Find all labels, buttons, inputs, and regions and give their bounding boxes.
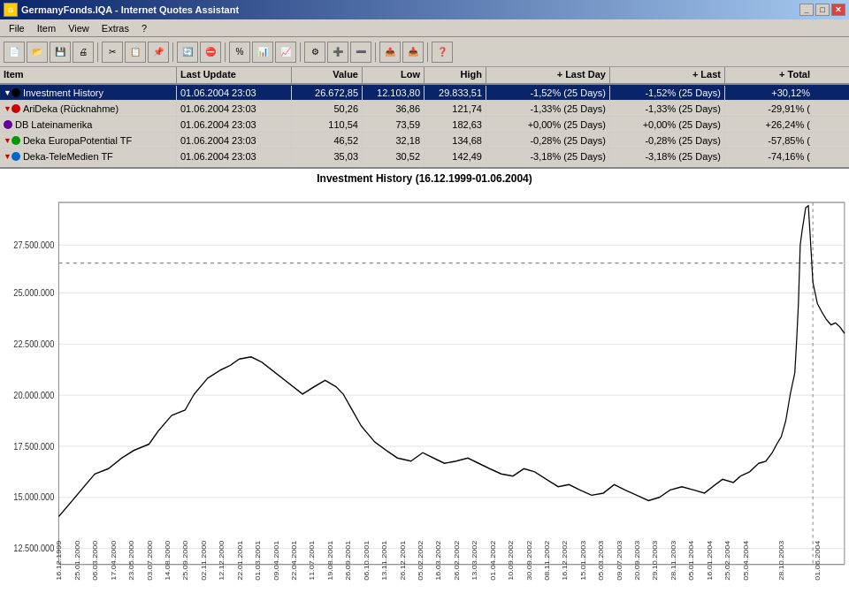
table-header: Item Last Update Value Low High + Last D… [0,67,849,85]
row-low: 30,52 [363,149,424,164]
menu-item[interactable]: Item [32,21,61,35]
menu-file[interactable]: File [4,21,30,35]
toolbar-copy[interactable]: 📋 [125,42,146,63]
table-section: Item Last Update Value Low High + Last D… [0,67,849,169]
row-last: -0,28% (25 Days) [610,133,725,148]
toolbar: 📄 📂 💾 🖨 ✂ 📋 📌 🔄 ⛔ % 📊 📈 ⚙ ➕ ➖ 📤 📥 ❓ [0,37,849,67]
chart-section: Investment History (16.12.1999-01.06.200… [0,169,849,616]
svg-text:12.500.000: 12.500.000 [13,544,54,554]
svg-text:25.02.2004: 25.02.2004 [723,540,731,581]
row-last: -3,18% (25 Days) [610,149,725,164]
toolbar-remove[interactable]: ➖ [350,42,371,63]
toolbar-save[interactable]: 💾 [50,42,71,63]
toolbar-cut[interactable]: ✂ [102,42,123,63]
table-row[interactable]: ▼ Deka-TeleMedien TF 01.06.2004 23:03 35… [0,148,849,164]
minimize-button[interactable]: _ [799,4,814,16]
svg-text:16.03.2002: 16.03.2002 [434,540,442,581]
row-low: 12.103,80 [363,86,424,100]
chart-title: Investment History (16.12.1999-01.06.200… [0,169,849,186]
row-lastday: -0,28% (25 Days) [486,133,610,148]
col-header-value[interactable]: Value [292,67,363,83]
toolbar-paste[interactable]: 📌 [148,42,169,63]
window-title: GermanyFonds.IQA - Internet Quotes Assis… [21,4,239,15]
svg-text:05.02.2002: 05.02.2002 [417,540,424,581]
svg-text:16.12.1999: 16.12.1999 [55,540,63,581]
toolbar-settings[interactable]: ⚙ [304,42,325,63]
svg-text:01.04.2002: 01.04.2002 [488,540,496,581]
svg-rect-15 [58,202,845,565]
toolbar-new[interactable]: 📄 [4,42,25,63]
row-value: 26.672,85 [292,86,363,100]
col-header-total[interactable]: + Total [725,67,814,83]
row-high: 134,68 [424,133,486,148]
svg-text:09.07.2003: 09.07.2003 [615,540,623,581]
toolbar-open[interactable]: 📂 [27,42,48,63]
row-item: ▼ AriDeka (Rücknahme) [0,102,177,116]
menu-bar: File Item View Extras ? [0,19,849,37]
svg-text:22.500.000: 22.500.000 [13,338,54,349]
row-total: -29,91% ( [725,102,814,116]
row-high: 121,74 [424,102,486,116]
svg-text:13.11.2001: 13.11.2001 [380,540,388,581]
col-header-item[interactable]: Item [0,67,177,83]
row-value: 35,03 [292,149,363,164]
table-row[interactable]: DB Lateinamerika 01.06.2004 23:03 110,54… [0,117,849,133]
svg-text:16.01.2004: 16.01.2004 [705,540,713,581]
row-low: 73,59 [363,118,424,132]
row-total: -57,85% ( [725,133,814,148]
svg-text:05.04.2004: 05.04.2004 [741,540,749,581]
sep3 [225,42,226,62]
col-header-high[interactable]: High [424,67,486,83]
svg-text:23.05.2000: 23.05.2000 [127,540,135,581]
toolbar-stop[interactable]: ⛔ [200,42,221,63]
svg-text:12.12.2000: 12.12.2000 [218,540,226,581]
sep2 [172,42,173,62]
menu-extras[interactable]: Extras [96,21,134,35]
toolbar-export[interactable]: 📤 [379,42,401,63]
svg-text:22.04.2001: 22.04.2001 [290,540,298,581]
col-header-low[interactable]: Low [363,67,424,83]
toolbar-help[interactable]: ❓ [432,42,453,63]
col-header-update[interactable]: Last Update [177,67,292,83]
toolbar-chart2[interactable]: 📈 [275,42,296,63]
toolbar-refresh[interactable]: 🔄 [177,42,198,63]
row-high: 182,63 [424,118,486,132]
table-row[interactable]: ▼ Deka EuropaPotential TF 01.06.2004 23:… [0,133,849,148]
row-update: 01.06.2004 23:03 [177,86,292,100]
menu-view[interactable]: View [63,21,95,35]
svg-text:17.500.000: 17.500.000 [13,441,54,452]
svg-text:25.01.2000: 25.01.2000 [73,540,81,581]
svg-text:15.01.2003: 15.01.2003 [578,540,586,581]
row-item: ▼ Deka-TeleMedien TF [0,149,177,164]
close-button[interactable]: ✕ [831,4,845,16]
row-low: 36,86 [363,102,424,116]
svg-text:11.07.2001: 11.07.2001 [308,540,316,581]
col-header-lastday[interactable]: + Last Day [486,67,610,83]
svg-text:25.09.2000: 25.09.2000 [181,540,189,581]
svg-text:26.09.2001: 26.09.2001 [344,540,352,581]
svg-text:16.12.2002: 16.12.2002 [561,540,569,581]
col-header-last[interactable]: + Last [610,67,725,83]
svg-text:28.10.2003: 28.10.2003 [777,540,785,581]
row-value: 50,26 [292,102,363,116]
toolbar-print[interactable]: 🖨 [73,42,94,63]
svg-text:20.000.000: 20.000.000 [13,390,54,400]
maximize-button[interactable]: □ [815,4,830,16]
row-high: 29.833,51 [424,86,486,100]
table-row[interactable]: ▼ AriDeka (Rücknahme) 01.06.2004 23:03 5… [0,101,849,117]
title-buttons: _ □ ✕ [799,4,845,16]
title-bar-left: G GermanyFonds.IQA - Internet Quotes Ass… [4,3,239,17]
row-item: DB Lateinamerika [0,118,177,132]
toolbar-import[interactable]: 📥 [402,42,424,63]
toolbar-chart1[interactable]: 📊 [252,42,273,63]
toolbar-percent[interactable]: % [229,42,250,63]
svg-text:03.07.2000: 03.07.2000 [145,540,153,581]
svg-text:05.03.2003: 05.03.2003 [597,540,605,581]
row-low: 32,18 [363,133,424,148]
row-last: -1,52% (25 Days) [610,86,725,100]
menu-help[interactable]: ? [136,21,152,35]
sep6 [427,42,428,62]
title-bar: G GermanyFonds.IQA - Internet Quotes Ass… [0,0,849,19]
table-row[interactable]: ▼ Investment History 01.06.2004 23:03 26… [0,85,849,101]
toolbar-add[interactable]: ➕ [327,42,348,63]
